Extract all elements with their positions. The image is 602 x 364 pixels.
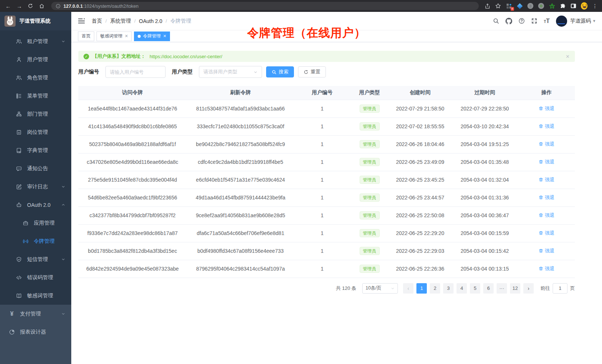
app-logo[interactable]: 芋道管理系统	[0, 12, 71, 30]
breadcrumb-home[interactable]: 首页	[92, 18, 102, 24]
page-button-1[interactable]: 1	[416, 283, 427, 294]
access-token-cell: b0d1785bc3a8482f812db4a3f3bd15ec	[78, 242, 187, 260]
sidebar-item-dept[interactable]: 部门管理	[0, 105, 71, 123]
browser-home-button[interactable]	[37, 1, 46, 10]
action-cell: 强退	[518, 224, 575, 242]
force-logout-button[interactable]: 强退	[539, 123, 554, 130]
sidebar-item-oauth[interactable]: OAuth 2.0	[0, 196, 71, 214]
font-size-button[interactable]: TT	[544, 18, 550, 24]
page-button-4[interactable]: 4	[457, 283, 467, 294]
force-logout-button[interactable]: 强退	[539, 265, 554, 272]
users-icon	[16, 39, 22, 44]
sidebar-item-errcode[interactable]: 错误码管理	[0, 268, 71, 287]
sidebar-item-post[interactable]: 岗位管理	[0, 123, 71, 141]
page-size-select[interactable]: 10条/页	[362, 283, 398, 294]
sidebar-item-oauth-token[interactable]: 令牌管理	[0, 232, 71, 250]
user-type-badge: 管理员	[360, 105, 380, 113]
star-extension[interactable]	[549, 3, 555, 9]
table-row: c342377bf8b344799dcbf7bf095287f2 9ce8ef2…	[78, 206, 575, 224]
help-button[interactable]	[518, 18, 525, 24]
browser-back-button[interactable]: ←	[4, 1, 13, 10]
badge-icon	[16, 129, 22, 135]
search-icon	[272, 70, 277, 75]
header-access-token: 访问令牌	[78, 86, 187, 100]
delete-icon	[539, 195, 543, 200]
sidebar-item-oauth-app[interactable]: 应用管理	[0, 214, 71, 232]
share-button[interactable]	[484, 3, 491, 9]
reset-button[interactable]: 重置	[298, 66, 326, 77]
user-id-input[interactable]	[105, 66, 166, 78]
user-type-badge: 管理员	[360, 122, 380, 130]
breadcrumb-system[interactable]: 系统管理	[110, 18, 131, 24]
sidebar-item-notice[interactable]: 通知公告	[0, 159, 71, 178]
sidebar-item-sms[interactable]: 短信管理	[0, 250, 71, 268]
github-link[interactable]	[506, 18, 512, 24]
force-logout-button[interactable]: 强退	[539, 194, 554, 201]
page-button-12[interactable]: 12	[510, 283, 520, 294]
next-page-button[interactable]: ›	[523, 283, 534, 294]
sidebar-item-tenant[interactable]: 租户管理	[0, 32, 71, 50]
header-search-button[interactable]	[493, 18, 499, 24]
force-logout-label: 强退	[545, 105, 554, 112]
side-panel-button[interactable]	[570, 3, 577, 9]
expire-time-cell: 2054-03-04 00:15:42	[451, 242, 518, 260]
round-extension-2[interactable]	[538, 3, 544, 9]
page-size-value: 10条/页	[366, 285, 391, 291]
page-button-6[interactable]: 6	[483, 283, 494, 294]
collapse-sidebar-button[interactable]	[78, 18, 85, 24]
doc-link[interactable]: https://doc.iocoder.cn/user-center/	[150, 54, 222, 59]
profile-avatar[interactable]	[581, 3, 588, 9]
puzzle-extension[interactable]	[559, 3, 566, 9]
user-menu[interactable]: 芋道源码 ▼	[556, 16, 596, 27]
gray-green-circle-icon	[538, 3, 544, 9]
user-type-cell: 管理员	[350, 153, 389, 171]
tab-sensitive-word[interactable]: 敏感词管理 ✕	[96, 32, 132, 41]
green-star-icon	[549, 3, 555, 9]
sidebar-item-menu[interactable]: 菜单管理	[0, 87, 71, 105]
force-logout-button[interactable]: 强退	[539, 141, 554, 148]
close-icon[interactable]: ✕	[125, 34, 128, 39]
browser-reload-button[interactable]	[26, 1, 35, 10]
search-button[interactable]: 搜索	[266, 66, 294, 77]
gem-extension[interactable]	[516, 3, 523, 9]
sidebar-item-report-designer[interactable]: 报表设计器	[0, 323, 71, 341]
page-more-button[interactable]: ···	[497, 283, 507, 294]
header-user-id: 用户编号	[294, 86, 350, 100]
force-logout-button[interactable]: 强退	[539, 105, 554, 112]
breadcrumb-oauth[interactable]: OAuth 2.0	[139, 18, 162, 24]
force-logout-button[interactable]: 强退	[539, 159, 554, 165]
fullscreen-button[interactable]	[531, 18, 537, 24]
sidebar-item-audit-log[interactable]: 审计日志	[0, 178, 71, 196]
force-logout-button[interactable]: 强退	[539, 212, 554, 219]
sidebar-item-role[interactable]: 角色管理	[0, 69, 71, 87]
tab-home[interactable]: 首页	[78, 32, 94, 41]
bookmark-button[interactable]	[495, 3, 501, 9]
sidebar-item-user[interactable]: 用户管理	[0, 50, 71, 69]
page-jump-input[interactable]	[553, 283, 567, 294]
prev-page-button[interactable]: ‹	[403, 283, 413, 294]
sidebar-item-pay[interactable]: ¥ 支付管理	[0, 305, 71, 323]
sidebar-item-dict[interactable]: 字典管理	[0, 141, 71, 159]
extension-grid[interactable]: 9	[506, 3, 512, 9]
close-icon[interactable]: ✕	[163, 34, 166, 39]
created-time-cell: 2022-07-29 21:58:50	[389, 100, 451, 118]
round-extension-1[interactable]	[527, 3, 534, 9]
force-logout-button[interactable]: 强退	[539, 248, 554, 254]
browser-forward-button[interactable]: →	[15, 1, 24, 10]
browser-chrome: ← → 127.0.0.1:1024/system/oauth2/token	[0, 0, 602, 12]
page-button-3[interactable]: 3	[443, 283, 454, 294]
user-type-select[interactable]: 请选择用户类型	[199, 66, 262, 78]
browser-menu-button[interactable]: ⋮	[592, 3, 598, 9]
alert-close-icon[interactable]: ✕	[566, 54, 570, 59]
address-bar[interactable]: 127.0.0.1:1024/system/oauth2/token	[51, 2, 479, 10]
tab-label: 令牌管理	[143, 33, 161, 39]
tab-token[interactable]: 令牌管理 ✕	[134, 32, 170, 41]
sidebar-item-sensitive-word[interactable]: 敏感词管理	[0, 287, 71, 305]
page-button-5[interactable]: 5	[470, 283, 480, 294]
force-logout-button[interactable]: 强退	[539, 230, 554, 236]
force-logout-button[interactable]: 强退	[539, 176, 554, 183]
jump-prefix: 前往	[540, 285, 550, 292]
force-logout-label: 强退	[545, 248, 554, 254]
url-path: :1024/system/oauth2/token	[83, 4, 138, 9]
page-button-2[interactable]: 2	[430, 283, 440, 294]
